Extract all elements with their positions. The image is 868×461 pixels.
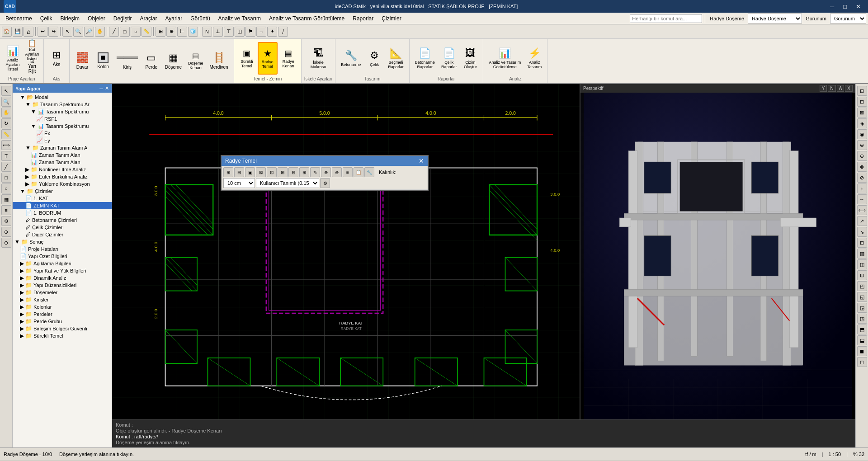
sidebar-break-icon[interactable]: ⊖ xyxy=(1,238,11,248)
sidebar-snap-icon[interactable]: ⊕ xyxy=(1,227,11,237)
ribbon-btn-secmeli-raporlar[interactable]: 📐 SeçmeliRaporlar xyxy=(385,42,406,75)
dialog-btn-13[interactable]: 📋 xyxy=(354,167,363,177)
tree-item-yapi-ozet[interactable]: 📄Yapı Özet Bilgileri xyxy=(13,253,112,260)
tree-item-perdeler[interactable]: ▶📁Perdeler xyxy=(13,310,112,318)
toolbar-select[interactable]: ↖ xyxy=(62,27,72,37)
ribbon-btn-aks[interactable]: ⊞ Aks xyxy=(47,42,66,75)
tree-item-celik-ciz[interactable]: 🖊Çelik Çizimleri xyxy=(13,224,112,231)
rt-btn-14[interactable]: ↘ xyxy=(857,227,867,237)
tree-item-cizimler[interactable]: ▼📁Çizimler xyxy=(13,188,112,195)
ribbon-btn-doseme[interactable]: ▦ Döşeme xyxy=(162,44,184,77)
sidebar-rect-icon[interactable]: □ xyxy=(1,173,11,183)
ribbon-btn-celik-tasarim[interactable]: ⚙ Çelik xyxy=(364,42,384,75)
toolbar-extra2[interactable]: ⊥ xyxy=(213,27,223,37)
tree-item-1kat[interactable]: 📄1. KAT xyxy=(13,195,112,202)
rt-btn-25[interactable]: ◼ xyxy=(857,346,867,356)
rt-btn-2[interactable]: ⊟ xyxy=(857,97,867,107)
rt-btn-24[interactable]: ⬓ xyxy=(857,335,867,345)
ribbon-btn-duvar[interactable]: 🧱 Duvar xyxy=(72,44,92,77)
thickness-select[interactable]: 10 cm 15 cm 20 cm xyxy=(223,178,255,188)
toolbar-slash[interactable]: ⧸ xyxy=(278,27,288,37)
minimize-button[interactable]: ─ xyxy=(826,2,838,11)
dialog-btn-8[interactable]: ⊞ xyxy=(299,167,309,177)
toolbar-extra1[interactable]: N xyxy=(202,27,212,37)
rt-btn-19[interactable]: ◰ xyxy=(857,281,867,291)
rt-btn-10[interactable]: ↕ xyxy=(857,183,867,193)
rt-btn-8[interactable]: ⊗ xyxy=(857,162,867,172)
tree-item-tasarim-spektrum-1[interactable]: ▼📊Tasarım Spektrumu xyxy=(13,108,112,115)
tree-item-dosemeler[interactable]: ▶📁Döşemeler xyxy=(13,289,112,296)
tree-item-tasarim-spektrum-2[interactable]: ▼📊Tasarım Spektrumu xyxy=(13,122,112,130)
rt-btn-17[interactable]: ◫ xyxy=(857,259,867,269)
ribbon-btn-analiz-goruntuleme[interactable]: 📊 Analiz ve TasarımGörüntüleme xyxy=(486,42,524,75)
ribbon-btn-analiz-ayarlar[interactable]: 📊 AnalizAyarlarılistesi xyxy=(3,42,23,75)
rt-btn-9[interactable]: ⊘ xyxy=(857,173,867,183)
sidebar-layer-icon[interactable]: ≡ xyxy=(1,205,11,215)
rt-btn-18[interactable]: ⊡ xyxy=(857,270,867,280)
ribbon-btn-surekli-temel[interactable]: ▣ SürekliTemel xyxy=(237,42,257,75)
dialog-btn-4[interactable]: ⊠ xyxy=(256,167,266,177)
ribbon-btn-radye-kenari[interactable]: ▤ RadyeKenarı xyxy=(278,42,298,75)
rt-btn-15[interactable]: ⊞ xyxy=(857,238,867,248)
tree-item-zaman-alan-2[interactable]: 📊Zaman Tanım Alan xyxy=(13,159,112,166)
goruntu-select[interactable]: Görünüm xyxy=(830,14,866,24)
menu-raporlar[interactable]: Raporlar xyxy=(349,14,377,23)
rt-btn-6[interactable]: ⊕ xyxy=(857,140,867,150)
menu-degistir[interactable]: Değiştir xyxy=(110,14,136,23)
ribbon-btn-analiz-tasarim[interactable]: ⚡ AnalizTasarım xyxy=(524,42,544,75)
rt-btn-1[interactable]: ⊞ xyxy=(857,86,867,96)
rt-btn-22[interactable]: ◳ xyxy=(857,314,867,324)
menu-celik[interactable]: Çelik xyxy=(37,14,56,23)
ribbon-btn-betonarme-raporlar[interactable]: 📄 BetonarmeRaporlar xyxy=(412,42,438,75)
rt-btn-26[interactable]: ◻ xyxy=(857,357,867,367)
tree-item-1bodrum[interactable]: 📄1. BODRUM xyxy=(13,209,112,216)
tree-close-btn[interactable]: ✕ xyxy=(105,85,109,91)
tree-item-kolonlar[interactable]: ▶📁Kolonlar xyxy=(13,303,112,310)
tree-item-tasarim-spektrum-ar[interactable]: ▼📁Tasarım Spektrumu Ar xyxy=(13,101,112,108)
dialog-btn-10[interactable]: ⊕ xyxy=(321,167,331,177)
menu-araclar[interactable]: Araçlar xyxy=(136,14,160,23)
tree-item-dinamik[interactable]: ▶📁Dinamik Analiz xyxy=(13,274,112,282)
dialog-btn-9[interactable]: ✎ xyxy=(310,167,320,177)
toolbar-redo[interactable]: ↪ xyxy=(48,27,58,37)
tree-item-betonarme-ciz[interactable]: 🖊Betonarme Çizimleri xyxy=(13,216,112,224)
rt-btn-12[interactable]: ⟺ xyxy=(857,205,867,215)
toolbar-flag[interactable]: ⚑ xyxy=(245,27,255,37)
tree-item-ey[interactable]: 📈Ey xyxy=(13,137,112,144)
menu-ayarlar[interactable]: Ayarlar xyxy=(161,14,186,23)
toolbar-3d-view[interactable]: 🧊 xyxy=(188,27,198,37)
toolbar-circle[interactable]: ○ xyxy=(131,27,141,37)
rt-btn-4[interactable]: ◈ xyxy=(857,118,867,128)
ribbon-btn-cizim-olustur[interactable]: 🖼 ÇizimOluştur xyxy=(460,42,480,75)
toolbar-print[interactable]: 🖨 xyxy=(24,27,33,37)
sidebar-pan-icon[interactable]: ✋ xyxy=(1,108,11,118)
rt-btn-23[interactable]: ⬒ xyxy=(857,325,867,334)
toolbar-zoom-out[interactable]: 🔎 xyxy=(84,27,94,37)
dialog-btn-7[interactable]: ⊟ xyxy=(288,167,298,177)
tree-item-nonlineer[interactable]: ▶📁Nonlineer İtme Analiz xyxy=(13,166,112,173)
close-button[interactable]: ✕ xyxy=(852,2,864,11)
rt-btn-21[interactable]: ◲ xyxy=(857,303,867,313)
ribbon-btn-yari-rijit[interactable]: ☑ Yarı Rijit xyxy=(24,59,41,74)
ribbon-btn-kat-ayarlar[interactable]: 📋 Kat Ayarları listesi xyxy=(24,42,41,58)
dialog-btn-12[interactable]: ≡ xyxy=(343,167,353,177)
tree-item-duzensizlikler[interactable]: ▶📁Yapı Düzensizlikleri xyxy=(13,282,112,289)
ribbon-btn-radye-temel[interactable]: ★ RadyeTemel xyxy=(258,42,278,75)
menu-goruntu[interactable]: Görüntü xyxy=(187,14,213,23)
tree-item-birlesim[interactable]: ▶📁Birleşim Bölgesi Güvenli xyxy=(13,325,112,332)
toolbar-grid[interactable]: ⊞ xyxy=(156,27,165,37)
toolbar-zoom-in[interactable]: 🔍 xyxy=(73,27,83,37)
dialog-btn-5[interactable]: ⊡ xyxy=(267,167,277,177)
tree-item-zemin-kat[interactable]: 📄ZEMİN KAT xyxy=(13,202,112,209)
tree-item-euler[interactable]: ▶📁Euler Burkulma Analiz xyxy=(13,173,112,180)
ribbon-btn-iskele-makrosu[interactable]: 🏗 İskeleMakrosu xyxy=(308,42,329,75)
dialog-settings-btn[interactable]: ⚙ xyxy=(320,178,330,188)
menu-analiz-tasarim[interactable]: Analiz ve Tasarım xyxy=(215,14,264,23)
menu-analiz-goruntuleme[interactable]: Analiz ve Tasarım Görüntüleme xyxy=(265,14,348,23)
toolbar-measure[interactable]: 📏 xyxy=(142,27,151,37)
tree-item-aciklama[interactable]: ▶📁Açıklama Bilgileri xyxy=(13,260,112,267)
tree-item-rsf1[interactable]: 📈RSF1 xyxy=(13,115,112,122)
radye-doseme-select[interactable]: Radye Döşeme xyxy=(748,14,802,24)
tree-item-zaman-alan-1[interactable]: 📊Zaman Tanım Alan xyxy=(13,151,112,159)
definition-select[interactable]: Kullanıcı Tanımlı (0.15 xyxy=(256,178,319,188)
